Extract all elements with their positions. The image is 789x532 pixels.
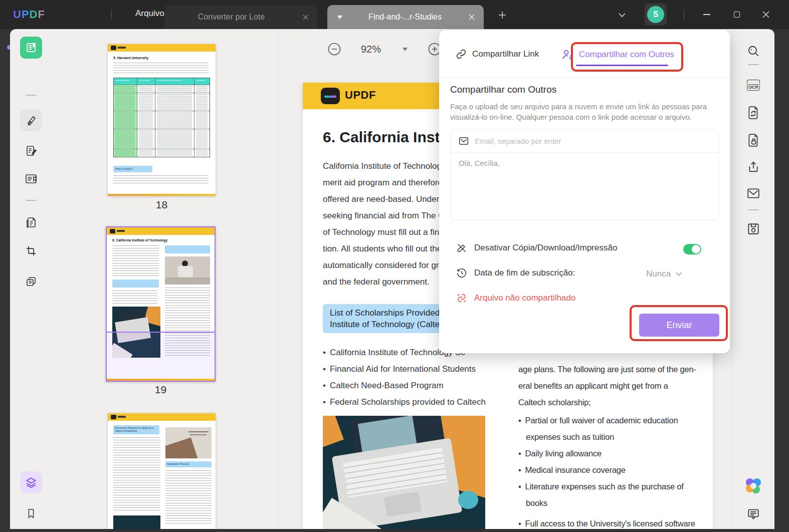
email-row[interactable] xyxy=(451,130,718,153)
email-input[interactable] xyxy=(475,137,710,145)
left-toolbar xyxy=(10,29,53,529)
share-upload-icon xyxy=(747,160,760,173)
extract-pages-button[interactable] xyxy=(20,271,42,293)
menu-arquivo[interactable]: Arquivo xyxy=(135,9,164,19)
layers-button[interactable] xyxy=(20,471,42,493)
mini-logo xyxy=(111,46,116,50)
mini-logo-word xyxy=(118,47,126,49)
thumbnail-page-18[interactable]: 5. Harvard University How to Apply? xyxy=(108,44,216,196)
panel-description: Faça o upload de seu arquivo para a nuve… xyxy=(450,101,711,122)
title-bar: UPDF Arquivo Ajuda Converter por Lote Fi… xyxy=(0,0,789,29)
tab-find-and-studies[interactable]: Find-and-...r-Studies xyxy=(327,5,484,29)
thumb-title: 5. Harvard University xyxy=(113,56,148,60)
thumb-title: 6. California Institute of Technology xyxy=(112,238,167,242)
disable-edit-icon xyxy=(456,242,467,253)
chevron-down-icon xyxy=(676,272,682,276)
link-icon xyxy=(455,48,467,60)
tab-label: Compartilhar Link xyxy=(472,49,539,59)
clover-logo-icon xyxy=(746,478,761,493)
zoom-level[interactable]: 92% xyxy=(351,44,391,55)
thumb-callout: Application Process xyxy=(165,461,212,467)
enviar-button[interactable]: Enviar xyxy=(639,314,719,337)
bookmark-icon xyxy=(26,507,37,519)
ocr-icon: OCR xyxy=(747,80,760,91)
person-share-icon xyxy=(561,48,574,61)
thumb-photo-person xyxy=(165,256,210,285)
doc-right-bullet-list: Partial or full waiver of academic educa… xyxy=(518,412,713,529)
option-disable-copy: Desativar Cópia/Download/Impressão xyxy=(456,242,617,253)
divider xyxy=(748,64,759,65)
updf-doc-wordmark: UPDF xyxy=(345,89,376,102)
close-button[interactable] xyxy=(756,7,776,22)
layers-icon xyxy=(25,476,38,489)
new-tab-button[interactable] xyxy=(495,9,509,21)
thumbnail-page-19-selected[interactable]: 6. California Institute of Technology xyxy=(106,226,216,382)
ocr-button[interactable]: OCR xyxy=(743,75,763,95)
share-button[interactable] xyxy=(743,157,763,177)
crop-tool-button[interactable] xyxy=(20,240,42,262)
save-button[interactable] xyxy=(743,219,763,239)
option-label: Desativar Cópia/Download/Impressão xyxy=(474,243,617,253)
mail-icon xyxy=(747,188,760,199)
right-toolbar: OCR xyxy=(732,29,774,529)
text-placeholder xyxy=(113,175,209,185)
divider xyxy=(26,95,37,96)
divider xyxy=(439,77,730,78)
minimize-icon xyxy=(703,14,710,15)
thumbnail-panel: 5. Harvard University How to Apply? 18 6… xyxy=(53,29,279,529)
chevron-down-icon[interactable] xyxy=(616,9,629,21)
message-textarea[interactable] xyxy=(451,153,718,219)
viewport-shade xyxy=(107,332,215,381)
doc-bullet-list: California Institute of Technology Sc Fi… xyxy=(323,344,486,410)
updf-cloud-button[interactable] xyxy=(743,476,763,496)
minimize-button[interactable] xyxy=(697,7,717,22)
maximize-button[interactable] xyxy=(727,7,747,22)
protect-button[interactable] xyxy=(743,130,763,150)
zoom-out-button[interactable] xyxy=(327,42,342,57)
thumb-header xyxy=(108,413,216,421)
page-number-19: 19 xyxy=(107,384,215,396)
tab-label: Converter por Lote xyxy=(164,13,298,22)
tab-label: Compartilhar com Outros xyxy=(579,50,674,60)
expiry-select[interactable]: Nunca xyxy=(646,269,682,279)
search-button[interactable] xyxy=(743,41,763,61)
maximize-icon xyxy=(734,12,740,18)
thumbnail-page-20[interactable]: Documents Required to Apply for a Caltec… xyxy=(108,413,216,529)
edit-pdf-button[interactable] xyxy=(20,140,42,162)
account-button[interactable]: S xyxy=(645,4,667,26)
disable-copy-toggle-on[interactable] xyxy=(683,244,701,254)
email-button[interactable] xyxy=(743,183,763,203)
status-label: Arquivo não compartilhado xyxy=(474,293,575,303)
option-label: Data de fim de subscrição: xyxy=(474,268,575,278)
comment-tool-button[interactable] xyxy=(20,109,42,131)
tab-compartilhar-com-outros[interactable]: Compartilhar com Outros xyxy=(561,48,674,61)
caret-down-icon[interactable] xyxy=(334,16,345,19)
thumb-photo-hand xyxy=(165,427,212,458)
tab-converter-por-lote[interactable]: Converter por Lote xyxy=(164,5,317,29)
bookmark-button[interactable] xyxy=(20,502,42,524)
pages-icon xyxy=(25,216,37,228)
form-tool-button[interactable] xyxy=(20,168,42,190)
mini-logo-word xyxy=(117,230,125,232)
zoom-caret-icon[interactable] xyxy=(400,44,410,54)
text-placeholder xyxy=(112,245,159,277)
toggle-knob xyxy=(692,245,700,253)
divider xyxy=(26,200,37,201)
wave-glyph xyxy=(324,94,336,98)
organize-pages-button[interactable] xyxy=(20,211,42,233)
panel-heading: Compartilhar com Outros xyxy=(450,84,556,95)
thumb-header xyxy=(108,44,216,52)
feedback-button[interactable] xyxy=(743,504,763,524)
thumb-footer xyxy=(108,194,216,196)
convert-button[interactable] xyxy=(743,103,763,123)
share-panel: Compartilhar Link Compartilhar com Outro… xyxy=(439,30,730,353)
close-tab-icon[interactable] xyxy=(465,10,479,24)
updf-doc-logo xyxy=(321,88,340,104)
divider xyxy=(684,10,684,20)
book-icon xyxy=(25,42,37,54)
reader-mode-button[interactable] xyxy=(20,37,42,59)
doc-photo-laptop xyxy=(323,416,485,529)
tab-compartilhar-link[interactable]: Compartilhar Link xyxy=(455,48,539,60)
file-lock-icon xyxy=(747,133,760,147)
close-tab-icon[interactable] xyxy=(298,10,312,24)
